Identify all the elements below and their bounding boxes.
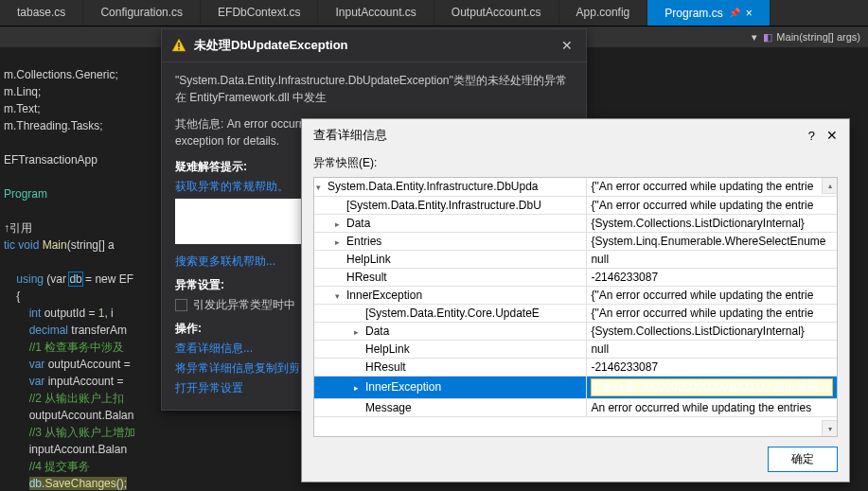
popup-header: 未处理DbUpdateException ✕ (162, 29, 586, 62)
pin-icon[interactable]: 📌 (729, 8, 740, 18)
tree-cell-name: ▸Data (314, 322, 587, 340)
tab-database[interactable]: tabase.cs (0, 0, 83, 26)
tree-cell-name: ▾InnerException (314, 286, 587, 304)
details-titlebar: 查看详细信息 ? ✕ (302, 119, 849, 151)
svg-rect-0 (178, 43, 180, 47)
chevron-right-icon[interactable]: ▸ (354, 383, 365, 393)
tree-cell-value: null (587, 250, 837, 268)
tree-cell-value: {"An error occurred while updating the e… (587, 196, 837, 214)
tree-cell-name: Message (314, 398, 587, 416)
code-line: ↑引用 (4, 221, 32, 235)
tree-row[interactable]: HelpLinknull (314, 340, 837, 358)
code-editor[interactable]: m.Collections.Generic; m.Linq; m.Text; m… (0, 47, 161, 491)
tree-cell-value: {System.Collections.ListDictionaryIntern… (587, 214, 837, 232)
tree-cell-name: ▾System.Data.Entity.Infrastructure.DbUpd… (314, 178, 587, 196)
tree-cell-name: HResult (314, 358, 587, 376)
exception-tree-table: ▾System.Data.Entity.Infrastructure.DbUpd… (314, 178, 837, 417)
popup-title: 未处理DbUpdateException (194, 37, 550, 54)
break-on-throw-label: 引发此异常类型时中 (193, 297, 295, 313)
code-line: m.Collections.Generic; (4, 68, 118, 81)
ok-button[interactable]: 确定 (768, 447, 838, 472)
tree-cell-name: ▸Data (314, 214, 587, 232)
tree-row[interactable]: ▸Data{System.Collections.ListDictionaryI… (314, 322, 837, 340)
chevron-right-icon[interactable]: ▸ (354, 327, 365, 337)
tree-cell-value: {"参数值"300000000000001000.00"超出范围。 (587, 376, 837, 398)
tree-row[interactable]: MessageAn error occurred while updating … (314, 398, 837, 416)
tree-row[interactable]: HResult-2146233087 (314, 268, 837, 286)
tree-cell-value: -2146233087 (587, 268, 837, 286)
help-icon[interactable]: ? (808, 129, 815, 143)
tab-configuration[interactable]: Configuration.cs (83, 0, 201, 26)
code-line: m.Text; (4, 102, 41, 115)
details-title-text: 查看详细信息 (313, 127, 808, 144)
code-line: EFTransactionApp (4, 153, 97, 167)
warning-icon (171, 38, 186, 53)
tree-row[interactable]: ▸Data{System.Collections.ListDictionaryI… (314, 214, 837, 232)
tree-cell-name: [System.Data.Entity.Core.UpdateE (314, 304, 587, 322)
tree-row[interactable]: ▾System.Data.Entity.Infrastructure.DbUpd… (314, 178, 837, 196)
code-line: db.SaveChanges(); (4, 477, 127, 490)
tree-cell-value: {System.Linq.Enumerable.WhereSelectEnume (587, 232, 837, 250)
scroll-down-icon[interactable]: ▾ (822, 420, 837, 436)
svg-rect-1 (178, 48, 180, 50)
details-dialog: 查看详细信息 ? ✕ 异常快照(E): ▾System.Data.Entity.… (301, 118, 850, 482)
tab-label: Program.cs (664, 7, 722, 20)
code-line: outputAccount.Balan (4, 409, 133, 422)
tab-efdbcontext[interactable]: EFDbContext.cs (201, 0, 318, 26)
code-line: inputAccount.Balan (4, 443, 127, 456)
breadcrumb-method[interactable]: ◧ Main(string[] args) (763, 31, 860, 44)
code-line: //1 检查事务中涉及 (4, 341, 124, 354)
tree-row[interactable]: HResult-2146233087 (314, 358, 837, 376)
tree-row[interactable]: [System.Data.Entity.Infrastructure.DbU{"… (314, 196, 837, 214)
code-line: m.Linq; (4, 85, 41, 98)
tree-cell-value: An error occurred while updating the ent… (587, 398, 837, 416)
exception-description: "System.Data.Entity.Infrastructure.DbUpd… (175, 72, 573, 106)
code-line: decimal transferAm (4, 324, 127, 337)
code-line: { (4, 289, 20, 303)
tree-cell-name: ▸Entries (314, 232, 587, 250)
tab-inputaccount[interactable]: InputAccount.cs (318, 0, 434, 26)
chevron-down-icon[interactable]: ▾ (335, 291, 346, 301)
exception-tree: ▾System.Data.Entity.Infrastructure.DbUpd… (313, 177, 838, 437)
tree-cell-name: HelpLink (314, 340, 587, 358)
tree-cell-name: [System.Data.Entity.Infrastructure.DbU (314, 196, 587, 214)
close-icon[interactable]: × (746, 7, 753, 20)
tree-cell-value: -2146233087 (587, 358, 837, 376)
tab-program[interactable]: Program.cs 📌 × (647, 0, 770, 26)
details-close-icon[interactable]: ✕ (826, 128, 838, 143)
details-buttons: 确定 (302, 437, 849, 482)
tree-row[interactable]: ▾InnerException{"An error occurred while… (314, 286, 837, 304)
tree-row[interactable]: ▸InnerException{"参数值"300000000000001000.… (314, 376, 837, 398)
code-line: //2 从输出账户上扣 (4, 392, 124, 405)
tree-cell-value: {"An error occurred while updating the e… (587, 178, 837, 196)
tree-cell-value: null (587, 340, 837, 358)
method-icon: ◧ (763, 31, 772, 44)
chevron-right-icon[interactable]: ▸ (335, 237, 346, 247)
tree-cell-name: ▸InnerException (314, 376, 587, 398)
tab-outputaccount[interactable]: OutputAccount.cs (434, 0, 559, 26)
breadcrumb-dropdown[interactable]: ▾ (752, 31, 757, 44)
popup-close-icon[interactable]: ✕ (558, 38, 576, 53)
tree-cell-value: {"An error occurred while updating the e… (587, 304, 837, 322)
tree-row[interactable]: HelpLinknull (314, 250, 837, 268)
code-line: tic void Main(string[] a (4, 238, 115, 252)
snapshot-label: 异常快照(E): (302, 151, 849, 177)
tree-cell-name: HelpLink (314, 250, 587, 268)
tab-bar: tabase.cs Configuration.cs EFDbContext.c… (0, 0, 868, 26)
tree-row[interactable]: [System.Data.Entity.Core.UpdateE{"An err… (314, 304, 837, 322)
chevron-right-icon[interactable]: ▸ (335, 219, 346, 229)
tree-row[interactable]: ▸Entries{System.Linq.Enumerable.WhereSel… (314, 232, 837, 250)
scroll-up-icon[interactable]: ▴ (822, 178, 837, 194)
code-line: Program (4, 187, 47, 201)
method-name: Main(string[] args) (776, 31, 860, 43)
code-line: using (var db = new EF (4, 272, 133, 286)
tree-cell-name: HResult (314, 268, 587, 286)
tab-appconfig[interactable]: App.config (559, 0, 648, 26)
code-line: int outputId = 1, i (4, 307, 114, 320)
chevron-down-icon[interactable]: ▾ (316, 183, 328, 192)
code-line: m.Threading.Tasks; (4, 119, 103, 132)
code-line: //4 提交事务 (4, 460, 90, 473)
break-on-throw-checkbox[interactable] (175, 299, 187, 311)
tree-cell-value: {"An error occurred while updating the e… (587, 286, 837, 304)
code-line: var outputAccount = (4, 358, 131, 371)
